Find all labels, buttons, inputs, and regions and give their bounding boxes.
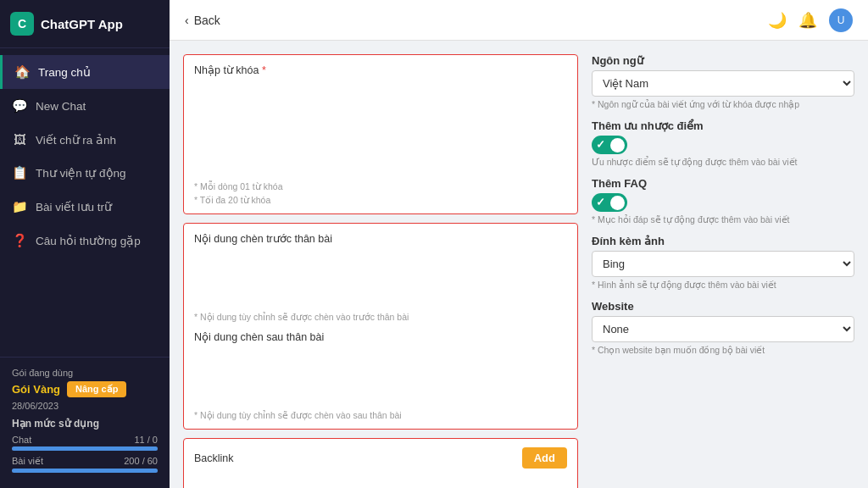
article-bar-bg [12,469,158,473]
chat-bar-fill [12,446,158,451]
chat-icon: 💬 [12,98,27,114]
check-icon: ✓ [596,138,605,151]
after-label: Nội dung chèn sau thân bài [194,330,567,343]
chat-usage-value: 11 / 0 [134,435,158,445]
user-avatar[interactable]: U [829,8,853,32]
backlink-box: Backlink Add * Tối đa 3 link [183,438,578,488]
archive-icon: 📁 [12,199,27,214]
check-icon-faq: ✓ [596,196,605,208]
sidebar-item-newchat-label: New Chat [36,100,86,113]
sidebar-item-baiviet[interactable]: 📁 Bài viết lưu trữ [0,190,170,224]
keyword-box: Nhập từ khóa * * Mỗi dòng 01 từ khóa * T… [183,54,578,214]
before-input[interactable] [194,250,567,305]
right-panel: Ngôn ngữ Việt Nam English French * Ngôn … [592,54,854,474]
image-label: Đính kèm ảnh [592,235,854,247]
pros-cons-section: Thêm ưu nhược điểm ✓ Ưu nhược điểm sẽ tự… [592,119,854,167]
upgrade-button[interactable]: Nâng cấp [67,381,126,397]
plan-date: 28/06/2023 [12,401,158,411]
sidebar-nav: 🏠 Trang chủ 💬 New Chat 🖼 Viết chữ ra ảnh… [0,48,170,357]
keyword-input[interactable] [194,81,567,175]
sidebar-item-trangchu-label: Trang chủ [38,65,91,79]
keyword-hint2: * Tối đa 20 từ khóa [194,195,567,205]
sidebar: C ChatGPT App 🏠 Trang chủ 💬 New Chat 🖼 V… [0,0,170,488]
image-icon: 🖼 [12,132,27,147]
sidebar-item-baiviet-label: Bài viết lưu trữ [36,200,112,214]
chat-bar-bg [12,446,158,451]
library-icon: 📋 [12,165,27,180]
topbar: ‹ Back 🌙 🔔 U [170,0,868,41]
sidebar-item-faq-label: Câu hỏi thường gặp [36,234,141,247]
back-arrow-icon: ‹ [185,14,189,27]
backlink-label: Backlink [194,452,234,464]
chat-usage-label: Chat [12,435,31,445]
back-button[interactable]: ‹ Back [185,14,220,27]
pros-cons-hint: Ưu nhược điểm sẽ tự động được thêm vào b… [592,157,854,167]
image-select[interactable]: Bing Google None [592,251,854,277]
article-usage-value: 200 / 60 [124,456,158,467]
article-usage: Bài viết 200 / 60 [12,456,158,473]
website-section: Website None WordPress Blogger * Chọn we… [592,300,854,355]
language-select[interactable]: Việt Nam English French [592,70,854,97]
bell-icon[interactable]: 🔔 [798,11,817,30]
sidebar-item-trangchu[interactable]: 🏠 Trang chủ [0,55,170,89]
backlink-input[interactable] [194,474,567,488]
usage-section: Hạn mức sử dụng Chat 11 / 0 Bài viết 200… [12,418,158,473]
usage-title: Hạn mức sử dụng [12,418,158,430]
language-label: Ngôn ngữ [592,54,854,67]
main-area: ‹ Back 🌙 🔔 U Nhập từ khóa * * Mỗi dòng 0… [170,0,868,488]
pros-cons-toggle[interactable]: ✓ [592,136,627,154]
left-panel: Nhập từ khóa * * Mỗi dòng 01 từ khóa * T… [183,54,578,474]
keyword-hint1: * Mỗi dòng 01 từ khóa [194,181,567,191]
logo-icon: C [10,12,34,36]
question-icon: ❓ [12,233,27,248]
article-usage-label: Bài viết [12,456,43,467]
language-hint: * Ngôn ngữ của bài viết ứng với từ khóa … [592,99,854,109]
sidebar-item-thuvien-label: Thư viện tự động [36,166,126,180]
chat-usage: Chat 11 / 0 [12,435,158,451]
app-title: ChatGPT App [41,17,123,31]
faq-toggle[interactable]: ✓ [592,193,627,212]
sidebar-bottom: Gói đang dùng Gói Vàng Nâng cấp 28/06/20… [0,357,170,488]
app-logo: C ChatGPT App [0,0,170,48]
image-section: Đính kèm ảnh Bing Google None * Hình ảnh… [592,235,854,290]
sidebar-item-vietchurai-label: Viết chữ ra ảnh [36,133,116,147]
plan-section-label: Gói đang dùng [12,368,158,378]
after-input[interactable] [194,348,567,403]
website-hint: * Chọn website bạn muốn đồng bộ bài viết [592,345,854,355]
topbar-icons: 🌙 🔔 U [768,8,853,32]
sidebar-item-viet-chu[interactable]: 🖼 Viết chữ ra ảnh [0,123,170,156]
faq-toggle-row: ✓ [592,193,854,212]
sidebar-item-thuvien[interactable]: 📋 Thư viện tự động [0,156,170,190]
before-label: Nội dung chèn trước thân bài [194,232,567,245]
faq-label: Thêm FAQ [592,177,854,190]
before-hint: * Nội dung tùy chỉnh sẽ được chèn vào tr… [194,312,567,322]
image-hint: * Hình ảnh sẽ tự động được thêm vào bài … [592,280,854,290]
after-hint: * Nội dung tùy chỉnh sẽ được chèn vào sa… [194,410,567,420]
website-select[interactable]: None WordPress Blogger [592,316,854,342]
content-area: Nhập từ khóa * * Mỗi dòng 01 từ khóa * T… [170,41,868,488]
keyword-label: Nhập từ khóa * [194,64,567,76]
language-section: Ngôn ngữ Việt Nam English French * Ngôn … [592,54,854,109]
faq-hint: * Mục hỏi đáp sẽ tự động được thêm vào b… [592,214,854,225]
website-label: Website [592,300,854,313]
before-after-box: Nội dung chèn trước thân bài * Nội dung … [183,223,578,430]
keyword-required: * [262,64,266,76]
plan-row: Gói Vàng Nâng cấp [12,381,158,397]
article-bar-fill [12,469,158,473]
moon-icon[interactable]: 🌙 [768,11,787,30]
pros-cons-label: Thêm ưu nhược điểm [592,119,854,132]
backlink-header: Backlink Add [194,447,567,469]
sidebar-item-faq[interactable]: ❓ Câu hỏi thường gặp [0,224,170,258]
pros-cons-toggle-row: ✓ [592,136,854,154]
back-label: Back [194,14,220,27]
sidebar-item-newchat[interactable]: 💬 New Chat [0,89,170,123]
home-icon: 🏠 [14,64,30,80]
add-button[interactable]: Add [522,447,567,469]
faq-section: Thêm FAQ ✓ * Mục hỏi đáp sẽ tự động được… [592,177,854,225]
plan-name: Gói Vàng [12,383,60,396]
